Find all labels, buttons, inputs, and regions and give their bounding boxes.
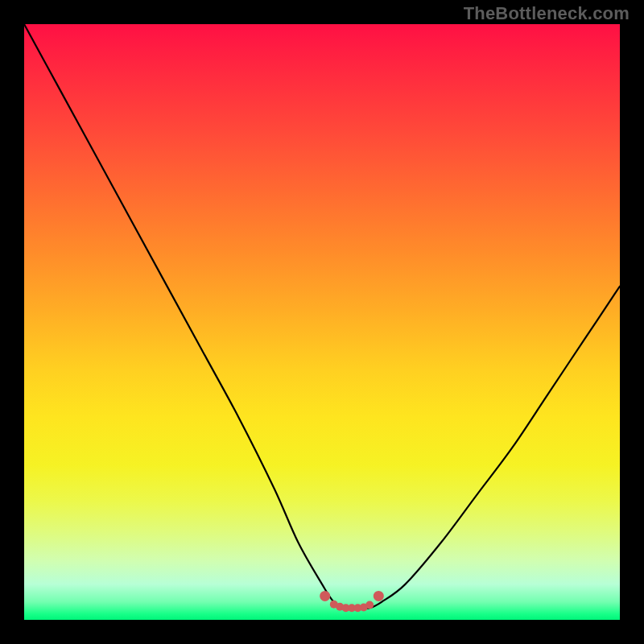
valley-marker [320,591,330,601]
bottleneck-curve [24,24,620,609]
curve-layer [24,24,620,620]
valley-marker [365,601,374,609]
valley-marker [374,591,384,601]
plot-area [24,24,620,620]
chart-frame: TheBottleneck.com [0,0,644,644]
valley-markers [320,591,384,612]
watermark-text: TheBottleneck.com [464,3,630,24]
